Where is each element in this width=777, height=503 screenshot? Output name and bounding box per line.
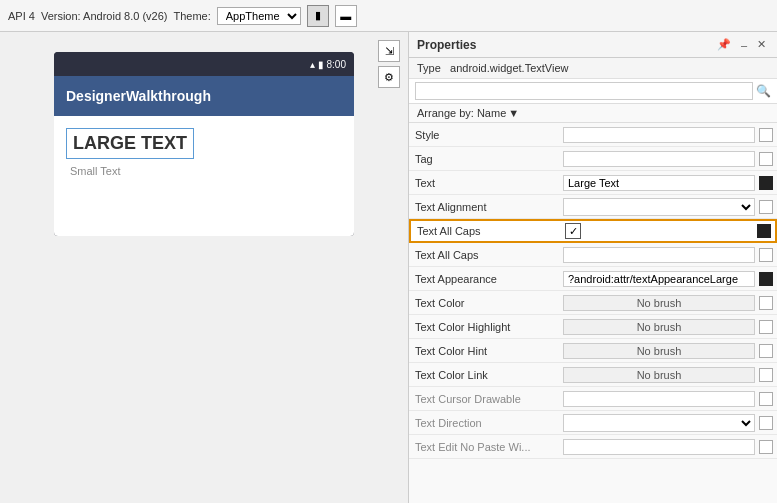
search-input[interactable] [415, 82, 753, 100]
prop-value-text-cursor-drawable [559, 389, 777, 409]
theme-dropdown[interactable]: AppTheme [217, 7, 301, 25]
phone-landscape-btn[interactable]: ▬ [335, 5, 357, 27]
text-direction-indicator [759, 416, 773, 430]
alignment-indicator [759, 200, 773, 214]
settings-btn[interactable]: ⚙ [378, 66, 400, 88]
prop-row-text-all-caps-checkbox: Text All Caps ✓ [409, 219, 777, 243]
prop-value-tag [559, 149, 777, 169]
prop-name-tag: Tag [409, 150, 559, 168]
arrange-chevron-icon: ▼ [508, 107, 519, 119]
main-content: ⇲ ⚙ ▴ ▮ 8:00 DesignerWalkthrough LARGE T… [0, 32, 777, 503]
large-text: LARGE TEXT [73, 133, 187, 153]
prop-row-text-color-hint: Text Color Hint No brush [409, 339, 777, 363]
text-all-caps-checkbox[interactable]: ✓ [565, 223, 581, 239]
phone-portrait-btn[interactable]: ▮ [307, 5, 329, 27]
type-value: android.widget.TextView [450, 62, 568, 74]
text-all-caps-input[interactable] [563, 247, 755, 263]
prop-value-text-direction [559, 412, 777, 434]
text-cursor-drawable-input[interactable] [563, 391, 755, 407]
prop-name-text-cursor-drawable: Text Cursor Drawable [409, 390, 559, 408]
theme-label: Theme: [173, 10, 210, 22]
device-frame: ▴ ▮ 8:00 DesignerWalkthrough LARGE TEXT … [54, 52, 354, 236]
tag-indicator [759, 152, 773, 166]
prop-value-text-color-highlight: No brush [559, 317, 777, 337]
text-color-highlight-nobrush[interactable]: No brush [563, 319, 755, 335]
prop-name-style: Style [409, 126, 559, 144]
text-direction-dropdown[interactable] [563, 414, 755, 432]
type-label: Type [417, 62, 441, 74]
time-display: 8:00 [327, 59, 346, 70]
panel-title: Properties [417, 38, 476, 52]
tag-input[interactable] [563, 151, 755, 167]
prop-value-text-appearance: ?android:attr/textAppearanceLarge [559, 269, 777, 289]
close-icon[interactable]: ✕ [754, 37, 769, 52]
prop-value-text-color: No brush [559, 293, 777, 313]
arrange-label: Arrange by: Name [417, 107, 506, 119]
api-label: API 4 [8, 10, 35, 22]
status-icons: ▴ ▮ 8:00 [310, 59, 346, 70]
prop-name-text-direction: Text Direction [409, 414, 559, 432]
text-color-hint-nobrush[interactable]: No brush [563, 343, 755, 359]
prop-value-text-color-hint: No brush [559, 341, 777, 361]
device-content: LARGE TEXT Small Text [54, 116, 354, 236]
prop-row-text-direction: Text Direction [409, 411, 777, 435]
properties-header: Properties 📌 – ✕ [409, 32, 777, 58]
prop-name-text-alignment: Text Alignment [409, 198, 559, 216]
prop-name-text-all-caps-2: Text All Caps [409, 246, 559, 264]
text-alignment-dropdown[interactable] [563, 198, 755, 216]
design-toolbar: ⇲ ⚙ [378, 40, 400, 88]
text-color-nobrush[interactable]: No brush [563, 295, 755, 311]
text-color-link-nobrush[interactable]: No brush [563, 367, 755, 383]
text-color-hint-indicator [759, 344, 773, 358]
design-panel: ⇲ ⚙ ▴ ▮ 8:00 DesignerWalkthrough LARGE T… [0, 32, 408, 503]
checkbox-wrap: ✓ [565, 223, 753, 239]
prop-name-text-color-hint: Text Color Hint [409, 342, 559, 360]
prop-value-text-alignment [559, 196, 777, 218]
battery-icon: ▮ [318, 59, 324, 70]
prop-row-text-color-highlight: Text Color Highlight No brush [409, 315, 777, 339]
small-text: Small Text [66, 165, 342, 177]
version-label: Version: Android 8.0 (v26) [41, 10, 168, 22]
device-status-bar: ▴ ▮ 8:00 [54, 52, 354, 76]
prop-value-style [559, 125, 777, 145]
text-color-highlight-indicator [759, 320, 773, 334]
device-app-bar: DesignerWalkthrough [54, 76, 354, 116]
prop-name-text: Text [409, 174, 559, 192]
prop-name-text-color: Text Color [409, 294, 559, 312]
text-color-indicator [759, 296, 773, 310]
prop-row-tag: Tag [409, 147, 777, 171]
prop-name-text-color-highlight: Text Color Highlight [409, 318, 559, 336]
header-actions: 📌 – ✕ [714, 37, 769, 52]
prop-value-text-all-caps-2 [559, 245, 777, 265]
prop-value-text [559, 173, 777, 193]
properties-panel: Properties 📌 – ✕ Type android.widget.Tex… [408, 32, 777, 503]
text-indicator [759, 176, 773, 190]
minimize-icon[interactable]: – [738, 38, 750, 52]
prop-name-text-appearance: Text Appearance [409, 270, 559, 288]
prop-row-text-alignment: Text Alignment [409, 195, 777, 219]
zoom-fit-btn[interactable]: ⇲ [378, 40, 400, 62]
text-appearance-value[interactable]: ?android:attr/textAppearanceLarge [563, 271, 755, 287]
prop-row-text-appearance: Text Appearance ?android:attr/textAppear… [409, 267, 777, 291]
prop-row-text-color: Text Color No brush [409, 291, 777, 315]
prop-name-text-all-caps-cb: Text All Caps [411, 222, 561, 240]
large-text-view[interactable]: LARGE TEXT [66, 128, 194, 159]
style-input[interactable] [563, 127, 755, 143]
top-toolbar: API 4 Version: Android 8.0 (v26) Theme: … [0, 0, 777, 32]
style-indicator [759, 128, 773, 142]
prop-name-text-color-link: Text Color Link [409, 366, 559, 384]
prop-name-text-edit-no-paste: Text Edit No Paste Wi... [409, 438, 559, 456]
text-color-link-indicator [759, 368, 773, 382]
prop-value-text-color-link: No brush [559, 365, 777, 385]
pin-icon[interactable]: 📌 [714, 37, 734, 52]
text-edit-no-paste-input[interactable] [563, 439, 755, 455]
no-paste-indicator [759, 440, 773, 454]
prop-row-text-color-link: Text Color Link No brush [409, 363, 777, 387]
all-caps-2-indicator [759, 248, 773, 262]
prop-row-text-cursor-drawable: Text Cursor Drawable [409, 387, 777, 411]
prop-row-text-edit-no-paste: Text Edit No Paste Wi... [409, 435, 777, 459]
prop-row-text: Text [409, 171, 777, 195]
search-row: 🔍 [409, 79, 777, 104]
arrange-row[interactable]: Arrange by: Name ▼ [409, 104, 777, 123]
text-input[interactable] [563, 175, 755, 191]
